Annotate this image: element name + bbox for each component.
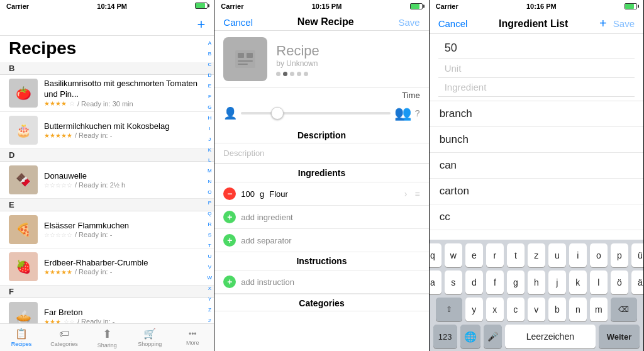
key-ae[interactable]: ä — [631, 270, 644, 294]
ingredient-save-button[interactable]: Save — [613, 18, 635, 29]
key-e[interactable]: e — [465, 243, 483, 267]
key-q[interactable]: q — [430, 243, 441, 267]
panel-new-recipe: Carrier 10:15 PM Cancel New Recipe Save … — [214, 0, 429, 351]
quantity-field[interactable] — [438, 38, 635, 59]
list-item[interactable]: 🎂 Buttermilchkuchen mit Kokosbelag ★★★★★… — [0, 112, 214, 149]
unit-field[interactable] — [438, 59, 635, 78]
recipe-image[interactable] — [223, 37, 267, 81]
dropdown-item-cg[interactable]: cg — [430, 230, 643, 240]
categories-tab-icon: 🏷 — [59, 328, 69, 340]
shift-key[interactable]: ⇧ — [436, 298, 462, 321]
key-l[interactable]: l — [590, 270, 608, 294]
key-z[interactable]: z — [528, 243, 545, 267]
key-k[interactable]: k — [569, 270, 587, 294]
key-t[interactable]: t — [507, 243, 525, 267]
dropdown-item-can[interactable]: can — [430, 153, 643, 179]
add-instruction-label[interactable]: add instruction — [241, 277, 294, 287]
list-item[interactable]: 🍓 Erdbeer-Rhabarber-Crumble ★★★★★ / Read… — [0, 248, 214, 286]
add-recipe-button[interactable]: + — [197, 16, 205, 33]
list-item[interactable]: 🍫 Donauwelle ☆☆☆☆☆ / Ready in: 2½ h — [0, 162, 214, 199]
keyboard: q w e r t z u i o p ü a s d f g h j k l … — [430, 240, 643, 351]
add-separator-label[interactable]: add separator — [241, 236, 291, 245]
tab-more[interactable]: ••• More — [171, 324, 214, 351]
key-g[interactable]: g — [507, 270, 525, 294]
space-key[interactable]: Leerzeichen — [505, 325, 596, 348]
key-i[interactable]: i — [569, 243, 587, 267]
key-f[interactable]: f — [486, 270, 504, 294]
dropdown-item-cc[interactable]: cc — [430, 204, 643, 230]
tab-sharing[interactable]: ⬆ Sharing — [86, 324, 128, 351]
tab-shopping[interactable]: 🛒 Shopping — [128, 324, 171, 351]
stars: ☆☆☆☆☆ — [44, 231, 72, 238]
key-h[interactable]: h — [528, 270, 545, 294]
save-button[interactable]: Save — [398, 17, 419, 28]
numbers-key[interactable]: 123 — [433, 325, 457, 348]
recipes-nav: + — [0, 13, 214, 36]
time-label[interactable]: Time — [402, 91, 419, 100]
key-d[interactable]: d — [465, 270, 483, 294]
add-instruction-row[interactable]: + add instruction — [214, 270, 428, 294]
add-ingredient-button[interactable]: + — [223, 211, 236, 223]
key-v[interactable]: v — [528, 298, 545, 321]
key-u[interactable]: u — [548, 243, 566, 267]
alphabet-bar[interactable]: A B C D E F G H I J K L M N O P Q R S T … — [206, 38, 213, 326]
key-m[interactable]: m — [590, 298, 608, 321]
return-key[interactable]: Weiter — [599, 325, 640, 348]
tab-categories-label: Categories — [50, 341, 78, 347]
key-n[interactable]: n — [569, 298, 587, 321]
person-icon: 👤 — [223, 106, 237, 120]
mic-key[interactable]: 🎤 — [484, 325, 502, 348]
key-a[interactable]: a — [430, 270, 441, 294]
dropdown-item-bunch[interactable]: bunch — [430, 127, 643, 153]
instructions-section: Instructions + add instruction Categorie… — [214, 252, 428, 311]
ingredient-add-button[interactable]: + — [599, 16, 607, 31]
recipe-ready: / Ready in: 2½ h — [75, 181, 125, 189]
add-instruction-button[interactable]: + — [223, 276, 236, 288]
key-o[interactable]: o — [590, 243, 608, 267]
key-j[interactable]: j — [548, 270, 566, 294]
add-separator-button[interactable]: + — [223, 234, 236, 247]
list-item[interactable]: 🍕 Elsässer Flammkuchen ☆☆☆☆☆ / Ready in:… — [0, 211, 214, 248]
globe-key[interactable]: 🌐 — [460, 325, 480, 348]
tab-categories[interactable]: 🏷 Categories — [43, 324, 86, 351]
cancel-button[interactable]: Cancel — [223, 17, 253, 28]
recipe-thumb: 🍅 — [9, 79, 38, 108]
ingredient-name-field[interactable] — [438, 78, 635, 97]
recipe-title[interactable]: Recipe — [276, 43, 419, 59]
add-ingredient-label[interactable]: add ingredient — [241, 213, 292, 222]
drag-handle-icon: ≡ — [414, 189, 419, 199]
key-y[interactable]: y — [465, 298, 483, 321]
unit-dropdown[interactable]: branch bunch can carton cc cg — [430, 101, 643, 240]
remove-ingredient-button[interactable]: − — [223, 187, 236, 200]
ingredient-row[interactable]: − 100 g Flour › ≡ — [214, 182, 428, 206]
chevron-right-icon: › — [404, 189, 408, 199]
key-w[interactable]: w — [445, 243, 462, 267]
key-b[interactable]: b — [548, 298, 566, 321]
delete-key[interactable]: ⌫ — [611, 298, 637, 321]
tab-more-label: More — [186, 340, 199, 346]
key-p[interactable]: p — [611, 243, 628, 267]
key-c[interactable]: c — [507, 298, 525, 321]
key-s[interactable]: s — [445, 270, 462, 294]
key-x[interactable]: x — [486, 298, 504, 321]
recipe-name: Donauwelle — [44, 171, 205, 182]
key-ue[interactable]: ü — [631, 243, 644, 267]
recipe-ready: / Ready in: - — [75, 268, 112, 276]
description-header: Description — [214, 126, 428, 143]
key-oe[interactable]: ö — [611, 270, 628, 294]
list-item[interactable]: 🥧 Far Breton ★★★☆☆ / Ready in: - — [0, 298, 214, 323]
recipes-list[interactable]: B 🍅 Basilikumrisotto mit geschmorten Tom… — [0, 62, 214, 323]
add-ingredient-row[interactable]: + add ingredient — [214, 206, 428, 229]
recipe-thumb: 🍓 — [9, 252, 38, 281]
dropdown-item-carton[interactable]: carton — [430, 179, 643, 204]
add-separator-row[interactable]: + add separator — [214, 229, 428, 252]
tab-recipes[interactable]: 📋 Recipes — [0, 324, 43, 351]
list-item[interactable]: 🍅 Basilikumrisotto mit geschmorten Tomat… — [0, 75, 214, 112]
servings-slider[interactable] — [241, 112, 391, 114]
description-input[interactable]: Description — [214, 143, 428, 164]
key-r[interactable]: r — [486, 243, 504, 267]
ingredient-cancel-button[interactable]: Cancel — [438, 18, 468, 29]
stars: ★★★ — [44, 318, 61, 323]
dropdown-item-branch[interactable]: branch — [430, 101, 643, 127]
recipes-title: Recipes — [0, 36, 214, 62]
